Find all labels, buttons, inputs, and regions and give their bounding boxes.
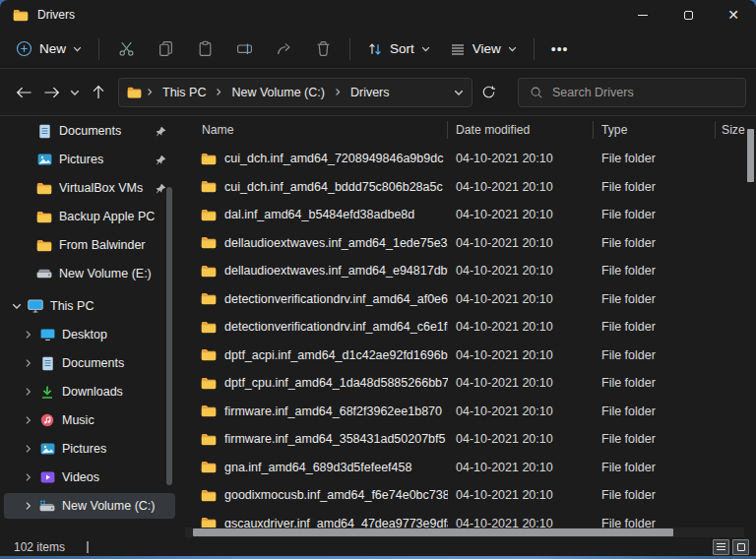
table-row[interactable]: dellaudioextwaves.inf_amd64_1ede75e32992… xyxy=(179,229,756,258)
file-rows: cui_dch.inf_amd64_7208949846a9b9dc 04-10… xyxy=(179,145,756,537)
table-row[interactable]: dptf_acpi.inf_amd64_d1c42ae92fd1696b 04-… xyxy=(179,342,756,370)
monitor-icon xyxy=(27,299,44,313)
recent-locations-button[interactable] xyxy=(65,79,85,106)
file-type: File folder xyxy=(594,432,716,446)
file-date: 04-10-2021 20:10 xyxy=(448,461,594,474)
forward-button[interactable] xyxy=(37,79,65,106)
view-button[interactable]: View xyxy=(440,35,527,63)
minimize-button[interactable] xyxy=(620,0,665,30)
sidebar-item-pictures[interactable]: Pictures xyxy=(4,436,175,462)
table-row[interactable]: cui_dch.inf_amd64_bddd75c806b28a5c 04-10… xyxy=(179,173,756,202)
sidebar-item-downloads[interactable]: Downloads xyxy=(4,379,175,404)
paste-button[interactable] xyxy=(185,32,224,66)
search-box[interactable] xyxy=(518,78,746,107)
search-icon xyxy=(530,86,543,99)
file-date: 04-10-2021 20:10 xyxy=(448,264,594,278)
sidebar-item-new-volume-e[interactable]: New Volume (E:) xyxy=(4,261,175,286)
delete-button[interactable] xyxy=(303,32,343,66)
more-options-button[interactable]: ••• xyxy=(541,41,579,57)
file-date: 04-10-2021 20:10 xyxy=(448,432,594,446)
refresh-button[interactable] xyxy=(474,79,502,106)
table-row[interactable]: cui_dch.inf_amd64_7208949846a9b9dc 04-10… xyxy=(179,145,756,173)
details-view-icon xyxy=(717,543,725,550)
chevron-right-icon[interactable] xyxy=(24,387,38,397)
table-row[interactable]: firmware.inf_amd64_68f2f3962ee1b870 04-1… xyxy=(179,398,756,426)
address-dropdown-button[interactable] xyxy=(454,88,464,97)
table-row[interactable]: dellaudioextwaves.inf_amd64_e94817dbff35… xyxy=(179,257,756,285)
maximize-button[interactable] xyxy=(665,0,711,30)
horizontal-scrollbar-track[interactable] xyxy=(185,528,744,537)
sidebar-item-new-volume-c[interactable]: New Volume (C:) xyxy=(4,493,175,519)
chevron-right-icon[interactable] xyxy=(24,501,38,511)
details-view-button[interactable] xyxy=(713,539,729,555)
copy-button[interactable] xyxy=(146,32,185,66)
rename-button[interactable] xyxy=(224,32,264,66)
folder-icon xyxy=(13,9,29,22)
sidebar-item-videos[interactable]: Videos xyxy=(4,465,175,490)
column-divider[interactable] xyxy=(593,121,594,139)
breadcrumb-drivers[interactable]: Drivers xyxy=(346,84,395,101)
search-input[interactable] xyxy=(552,86,734,99)
file-name: dellaudioextwaves.inf_amd64_1ede75e32992… xyxy=(224,236,448,250)
table-row[interactable]: gna.inf_amd64_689d3d5fefeef458 04-10-202… xyxy=(179,454,756,482)
column-divider[interactable] xyxy=(447,121,448,139)
sort-button[interactable]: Sort xyxy=(357,35,440,63)
chevron-down-icon[interactable] xyxy=(12,301,27,311)
sidebar-item-label: Desktop xyxy=(62,328,107,342)
column-divider[interactable] xyxy=(715,121,716,139)
sidebar-item-desktop[interactable]: Desktop xyxy=(4,322,175,347)
horizontal-scrollbar-thumb[interactable] xyxy=(193,528,673,536)
sidebar-scrollbar[interactable] xyxy=(166,187,172,485)
column-header-name[interactable]: Name xyxy=(179,123,448,137)
chevron-right-icon[interactable] xyxy=(24,415,38,425)
folder-icon xyxy=(201,236,217,249)
close-button[interactable]: ✕ xyxy=(711,0,756,30)
vertical-scrollbar[interactable] xyxy=(747,129,754,182)
item-count: 102 items xyxy=(14,540,65,554)
file-type: File folder xyxy=(594,320,716,334)
sidebar-item-label: Documents xyxy=(62,356,124,370)
chevron-right-icon[interactable] xyxy=(24,358,38,368)
share-button[interactable] xyxy=(264,32,303,66)
back-button[interactable] xyxy=(10,79,37,106)
sidebar-item-documents-pinned[interactable]: Documents xyxy=(4,118,175,144)
column-header-date-modified[interactable]: Date modified xyxy=(448,123,594,137)
sidebar-item-this-pc[interactable]: This PC xyxy=(4,293,175,319)
table-row[interactable]: detectionverificationdrv.inf_amd64_af0e6… xyxy=(179,285,756,314)
sidebar-item-label: Videos xyxy=(62,470,99,484)
sidebar-item-virtualbox-vms[interactable]: VirtualBox VMs xyxy=(4,175,175,201)
trash-icon xyxy=(315,40,332,57)
content-area: Documents Pictures VirtualBox VMs Backup… xyxy=(0,116,756,537)
sidebar-item-from-balwinder[interactable]: From Balwinder xyxy=(4,232,175,258)
large-icons-view-button[interactable] xyxy=(732,539,749,555)
sidebar-item-documents[interactable]: Documents xyxy=(4,350,175,376)
breadcrumb-this-pc[interactable]: This PC xyxy=(158,84,211,101)
table-row[interactable]: firmware.inf_amd64_358431ad50207bf5 04-1… xyxy=(179,425,756,454)
file-date: 04-10-2021 20:10 xyxy=(448,348,594,362)
column-header-type[interactable]: Type xyxy=(594,123,716,137)
table-row[interactable]: goodixmocusb.inf_amd64_f6e74e0bc7382d9f … xyxy=(179,481,756,510)
cut-button[interactable] xyxy=(106,32,146,66)
file-name: dptf_acpi.inf_amd64_d1c42ae92fd1696b xyxy=(224,348,448,362)
toolbar-separator xyxy=(534,38,535,60)
sidebar-item-label: Pictures xyxy=(59,153,103,166)
table-row[interactable]: detectionverificationdrv.inf_amd64_c6e1f… xyxy=(179,313,756,342)
new-button[interactable]: New xyxy=(8,34,92,63)
table-row[interactable]: dptf_cpu.inf_amd64_1da48d5885266bb7 04-1… xyxy=(179,369,756,398)
sidebar-item-label: Downloads xyxy=(62,385,123,399)
address-bar[interactable]: This PC New Volume (C:) Drivers xyxy=(118,78,472,107)
file-name: dellaudioextwaves.inf_amd64_e94817dbff35… xyxy=(224,264,448,278)
large-icons-view-icon xyxy=(737,543,745,551)
chevron-right-icon[interactable] xyxy=(24,472,38,482)
breadcrumb-new-volume-c[interactable]: New Volume (C:) xyxy=(226,84,329,101)
document-icon xyxy=(38,356,56,371)
chevron-right-icon[interactable] xyxy=(24,330,38,340)
chevron-right-icon[interactable] xyxy=(24,444,38,454)
folder-icon xyxy=(201,489,217,502)
file-date: 04-10-2021 20:10 xyxy=(448,488,594,502)
sidebar-item-music[interactable]: Music xyxy=(4,407,175,433)
up-button[interactable] xyxy=(85,79,112,106)
sidebar-item-pictures-pinned[interactable]: Pictures xyxy=(4,147,175,172)
sidebar-item-backup-apple-pc[interactable]: Backup Apple PC xyxy=(4,204,175,229)
table-row[interactable]: dal.inf_amd64_b5484efd38adbe8d 04-10-202… xyxy=(179,201,756,229)
